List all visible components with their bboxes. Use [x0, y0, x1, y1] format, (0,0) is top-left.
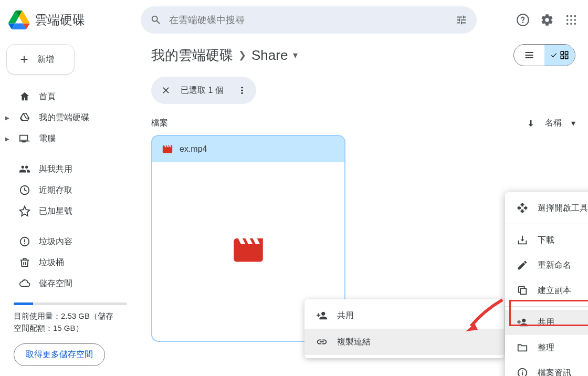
context-menu: 選擇開啟工具 ▶ 下載 重新命名 建立副本 Ctrl+C Ctrl+V 共用 — [505, 192, 588, 376]
search-input[interactable] — [169, 15, 448, 26]
files-label: 檔案 — [151, 118, 168, 129]
drive-logo-icon — [8, 9, 29, 30]
home-icon — [19, 91, 30, 102]
menu-open-with[interactable]: 選擇開啟工具 ▶ — [505, 195, 588, 221]
svg-point-5 — [574, 19, 576, 21]
files-header: 檔案 名稱 ▾ — [151, 118, 575, 129]
plus-icon — [18, 54, 30, 65]
svg-point-6 — [566, 23, 569, 25]
grid-icon — [560, 50, 569, 60]
sidebar-item-recent[interactable]: 近期存取 — [6, 180, 134, 201]
menu-label: 重新命名 — [538, 260, 571, 271]
breadcrumb-row: 我的雲端硬碟 ❯ Share ▾ — [151, 44, 575, 66]
file-card-header: ex.mp4 — [152, 136, 344, 162]
svg-rect-13 — [561, 56, 563, 59]
svg-point-1 — [570, 15, 572, 17]
selection-text: 已選取 1 個 — [181, 85, 228, 96]
download-icon — [517, 234, 528, 246]
sidebar: 新增 首頁 ▶ 我的雲端硬碟 ▶ 電腦 與我共用 近期存取 已加星號 — [0, 40, 143, 376]
sidebar-item-shared[interactable]: 與我共用 — [6, 159, 134, 180]
header: 雲端硬碟 — [0, 0, 588, 40]
file-name: ex.mp4 — [180, 144, 207, 154]
dropdown-caret-icon: ▾ — [571, 118, 575, 128]
menu-label: 檔案資訊 — [538, 368, 571, 377]
sidebar-item-label: 儲存空間 — [39, 278, 72, 289]
menu-label: 整理 — [538, 342, 554, 353]
open-with-icon — [517, 202, 528, 214]
star-icon — [19, 205, 30, 217]
person-add-icon — [517, 317, 528, 328]
submenu-label: 複製連結 — [337, 337, 371, 348]
sidebar-item-storage[interactable]: 儲存空間 — [6, 273, 134, 294]
close-icon[interactable] — [161, 85, 171, 96]
sidebar-item-label: 垃圾桶 — [39, 257, 64, 268]
submenu-share[interactable]: 共用 — [304, 302, 504, 329]
sidebar-item-label: 垃圾內容 — [39, 236, 72, 247]
menu-make-copy[interactable]: 建立副本 Ctrl+C Ctrl+V — [505, 278, 588, 303]
computers-icon — [19, 133, 30, 144]
rename-icon — [517, 259, 528, 271]
header-icons — [514, 12, 580, 28]
app-title: 雲端硬碟 — [35, 12, 85, 28]
breadcrumb: 我的雲端硬碟 ❯ Share ▾ — [151, 46, 298, 65]
submenu-copy-link[interactable]: 複製連結 — [304, 329, 504, 355]
menu-organize[interactable]: 整理 ▶ — [505, 335, 588, 360]
new-button[interactable]: 新增 — [6, 44, 75, 75]
menu-separator — [505, 224, 588, 224]
video-file-icon — [162, 143, 173, 155]
help-icon[interactable] — [514, 12, 531, 28]
svg-point-7 — [570, 23, 572, 25]
recent-icon — [19, 184, 30, 196]
content: 我的雲端硬碟 ❯ Share ▾ 已選取 1 個 檔案 — [143, 40, 588, 376]
sidebar-item-home[interactable]: 首頁 — [6, 86, 134, 107]
grid-view-button[interactable] — [544, 45, 575, 66]
breadcrumb-root[interactable]: 我的雲端硬碟 — [151, 46, 233, 65]
trash-icon — [19, 257, 30, 268]
menu-label: 建立副本 — [538, 285, 571, 296]
svg-point-4 — [570, 19, 572, 21]
selection-bar: 已選取 1 個 — [151, 77, 256, 104]
svg-point-0 — [566, 15, 569, 17]
list-view-button[interactable] — [514, 45, 544, 66]
chevron-right-icon: ❯ — [238, 49, 246, 61]
svg-rect-11 — [561, 51, 563, 54]
svg-point-16 — [242, 90, 243, 91]
more-storage-button[interactable]: 取得更多儲存空間 — [14, 343, 105, 366]
drive-icon — [19, 112, 30, 123]
sidebar-item-label: 我的雲端硬碟 — [39, 112, 89, 123]
menu-share[interactable]: 共用 ▶ — [505, 310, 588, 335]
settings-icon[interactable] — [539, 12, 555, 28]
apps-icon[interactable] — [563, 12, 580, 28]
menu-download[interactable]: 下載 — [505, 227, 588, 253]
spam-icon — [19, 236, 30, 247]
sidebar-item-computers[interactable]: ▶ 電腦 — [6, 128, 134, 149]
svg-point-3 — [566, 19, 569, 21]
search-bar[interactable] — [141, 6, 477, 34]
more-icon[interactable] — [237, 86, 247, 95]
caret-icon: ▶ — [5, 115, 9, 121]
sort-area[interactable]: 名稱 ▾ — [526, 118, 575, 129]
sidebar-item-mydrive[interactable]: ▶ 我的雲端硬碟 — [6, 107, 134, 128]
storage-section: 目前使用量：2.53 GB（儲存 空間配額：15 GB） 取得更多儲存空間 — [6, 294, 134, 370]
sidebar-item-trash[interactable]: 垃圾桶 — [6, 252, 134, 273]
sidebar-item-label: 電腦 — [39, 133, 56, 144]
main: 新增 首頁 ▶ 我的雲端硬碟 ▶ 電腦 與我共用 近期存取 已加星號 — [0, 40, 588, 376]
menu-file-info[interactable]: 檔案資訊 ▶ — [505, 360, 588, 376]
list-icon — [524, 50, 534, 60]
breadcrumb-current[interactable]: Share — [251, 47, 288, 64]
sidebar-item-spam[interactable]: 垃圾內容 — [6, 231, 134, 252]
dropdown-caret-icon[interactable]: ▾ — [293, 49, 298, 61]
sidebar-item-starred[interactable]: 已加星號 — [6, 201, 134, 222]
check-icon — [550, 51, 558, 59]
view-toggle — [513, 44, 575, 66]
sort-label: 名稱 — [545, 118, 562, 129]
logo-area: 雲端硬碟 — [8, 9, 134, 30]
menu-rename[interactable]: 重新命名 — [505, 253, 588, 278]
sidebar-item-label: 與我共用 — [39, 164, 72, 175]
new-button-label: 新增 — [37, 54, 54, 65]
svg-point-2 — [574, 15, 576, 17]
caret-icon: ▶ — [5, 136, 9, 142]
storage-text: 目前使用量：2.53 GB（儲存 空間配額：15 GB） — [14, 310, 127, 334]
menu-label: 下載 — [538, 235, 554, 246]
tune-icon[interactable] — [456, 14, 467, 26]
